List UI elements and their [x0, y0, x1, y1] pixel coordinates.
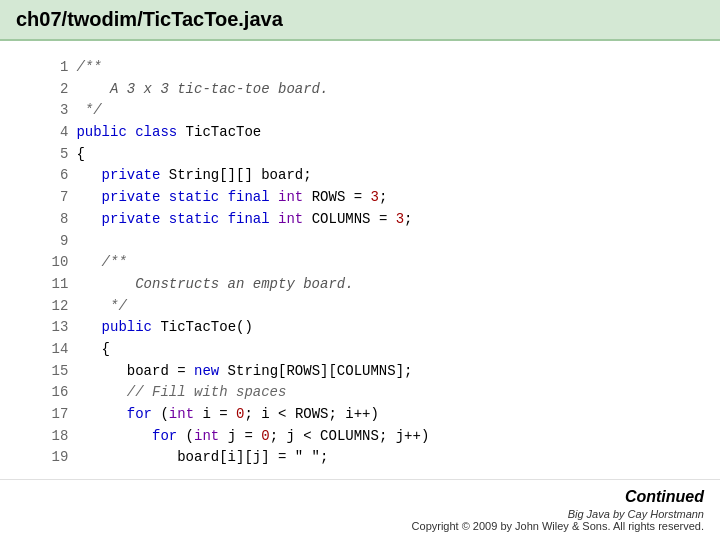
code-line: 9 — [24, 231, 696, 253]
line-code: private static final int COLUMNS = 3; — [72, 209, 696, 231]
line-number: 11 — [24, 274, 72, 296]
line-code: private String[][] board; — [72, 165, 696, 187]
line-code: board[i][j] = " "; — [72, 447, 696, 469]
code-line: 15 board = new String[ROWS][COLUMNS]; — [24, 361, 696, 383]
line-number: 16 — [24, 382, 72, 404]
line-code: } — [72, 469, 696, 471]
code-line: 10 /** — [24, 252, 696, 274]
continued-label: Continued — [16, 488, 704, 506]
code-line: 8 private static final int COLUMNS = 3; — [24, 209, 696, 231]
code-line: 16 // Fill with spaces — [24, 382, 696, 404]
line-code: public class TicTacToe — [72, 122, 696, 144]
line-code: Constructs an empty board. — [72, 274, 696, 296]
code-line: 14 { — [24, 339, 696, 361]
line-code: public TicTacToe() — [72, 317, 696, 339]
code-line: 13 public TicTacToe() — [24, 317, 696, 339]
line-code: /** — [72, 57, 696, 79]
line-number: 8 — [24, 209, 72, 231]
line-code: { — [72, 339, 696, 361]
code-line: 17 for (int i = 0; i < ROWS; i++) — [24, 404, 696, 426]
code-line: 18 for (int j = 0; j < COLUMNS; j++) — [24, 426, 696, 448]
line-number: 1 — [24, 57, 72, 79]
code-line: 6 private String[][] board; — [24, 165, 696, 187]
code-line: 1/** — [24, 57, 696, 79]
line-code — [72, 231, 696, 253]
code-line: 11 Constructs an empty board. — [24, 274, 696, 296]
line-number: 7 — [24, 187, 72, 209]
code-line: 3 */ — [24, 100, 696, 122]
line-code: // Fill with spaces — [72, 382, 696, 404]
line-number: 9 — [24, 231, 72, 253]
line-code: for (int i = 0; i < ROWS; i++) — [72, 404, 696, 426]
line-number: 15 — [24, 361, 72, 383]
line-number: 13 — [24, 317, 72, 339]
line-number: 17 — [24, 404, 72, 426]
code-line: 19 board[i][j] = " "; — [24, 447, 696, 469]
line-number: 10 — [24, 252, 72, 274]
line-number: 6 — [24, 165, 72, 187]
line-code: /** — [72, 252, 696, 274]
code-area: 1/**2 A 3 x 3 tic-tac-toe board.3 */4pub… — [0, 41, 720, 471]
line-code: private static final int ROWS = 3; — [72, 187, 696, 209]
code-line: 20 } — [24, 469, 696, 471]
line-code: board = new String[ROWS][COLUMNS]; — [72, 361, 696, 383]
line-number: 3 — [24, 100, 72, 122]
line-number: 18 — [24, 426, 72, 448]
copyright-text: Big Java by Cay Horstmann Copyright © 20… — [16, 508, 704, 532]
code-line: 4public class TicTacToe — [24, 122, 696, 144]
code-line: 7 private static final int ROWS = 3; — [24, 187, 696, 209]
line-code: */ — [72, 100, 696, 122]
line-code: A 3 x 3 tic-tac-toe board. — [72, 79, 696, 101]
line-number: 12 — [24, 296, 72, 318]
code-line: 2 A 3 x 3 tic-tac-toe board. — [24, 79, 696, 101]
line-number: 20 — [24, 469, 72, 471]
line-code: { — [72, 144, 696, 166]
code-table: 1/**2 A 3 x 3 tic-tac-toe board.3 */4pub… — [24, 57, 696, 471]
code-line: 5{ — [24, 144, 696, 166]
code-line: 12 */ — [24, 296, 696, 318]
line-number: 5 — [24, 144, 72, 166]
line-number: 2 — [24, 79, 72, 101]
line-number: 4 — [24, 122, 72, 144]
line-number: 19 — [24, 447, 72, 469]
line-code: for (int j = 0; j < COLUMNS; j++) — [72, 426, 696, 448]
footer: Continued Big Java by Cay Horstmann Copy… — [0, 479, 720, 540]
page-title: ch07/twodim/TicTacToe.java — [0, 0, 720, 41]
line-code: */ — [72, 296, 696, 318]
line-number: 14 — [24, 339, 72, 361]
